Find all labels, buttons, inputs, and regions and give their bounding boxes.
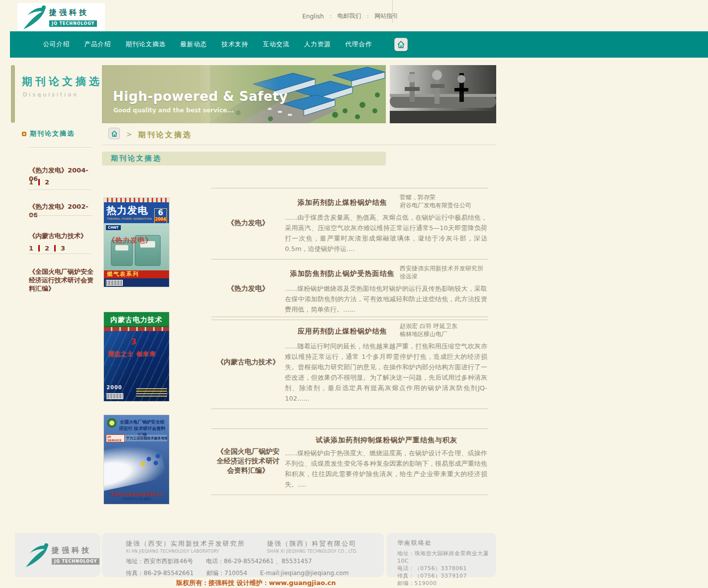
link-separator: ： <box>365 12 370 20</box>
sidebar-pagination: 1 2 3 <box>29 245 65 252</box>
home-icon <box>111 130 118 137</box>
section-title: 期刊论文摘选 <box>111 154 162 163</box>
cover-photo-circuit: 3 博志之士 创未来 2000 <box>104 331 169 401</box>
breadcrumb-current: 期刊论文摘选 <box>138 130 192 140</box>
article-abstract: ......煤粉锅炉燃烧器及受热面结焦对锅炉的运行及传热影响较大，采取在煤中添加… <box>285 283 488 315</box>
barcode <box>106 393 123 399</box>
worker-helmet <box>154 461 158 465</box>
nav-item-hr[interactable]: 人力资源 <box>297 40 338 49</box>
designer-link[interactable]: www.guangjiao.cn <box>269 579 336 587</box>
pipes-illustration <box>390 65 496 123</box>
service-tag: JH SERVICE <box>106 434 125 442</box>
copyright-text: 版权所有：接强科技 设计维护： <box>176 579 269 587</box>
article-row: 《热力发电》 添加防焦剂防止锅炉受热面结焦 西安捷强实用新技术开发研究所 徐远浚… <box>211 259 488 320</box>
journal-name: 《热力发电》 <box>211 191 285 254</box>
cover-masthead: 内蒙古电力技术 <box>104 312 169 327</box>
worker-helmet <box>147 457 151 461</box>
article-abstract: ......煤粉锅炉由于热强度大、燃烧温度高，在锅炉设计不合理、或操作不到位、或… <box>285 448 488 490</box>
sidebar-item-proceedings[interactable]: 《全国火电厂锅炉安全经济运行技术研讨会资料汇编》 <box>29 267 94 293</box>
nav-item-journal-abstracts[interactable]: 期刊论文摘选 <box>118 40 173 49</box>
article-abstract: ......随着运行时间的延长，结焦越来越严重，打焦和用压缩空气吹灰亦难以维持正… <box>285 341 488 404</box>
article-title: 试谈添加药剂抑制煤粉锅炉严重结焦与积灰 <box>285 432 488 445</box>
article-authors: 西安捷强实用新技术开发研究所 徐远浚 <box>400 262 488 280</box>
link-english[interactable]: English <box>302 13 324 20</box>
nav-item-agency[interactable]: 代理合作 <box>338 40 379 49</box>
nav-item-company-intro[interactable]: 公司介绍 <box>36 40 77 49</box>
cover-top-strip <box>104 198 169 202</box>
barcode <box>106 280 123 286</box>
cover-bottom <box>104 278 169 287</box>
page-link-1[interactable]: 1 <box>29 245 33 252</box>
page-separator <box>54 245 56 252</box>
nav-item-tech-support[interactable]: 技术支持 <box>214 40 256 49</box>
journal-name: 《热力发电》 <box>211 262 285 315</box>
page-link-2[interactable]: 2 <box>45 245 49 252</box>
nav-item-products[interactable]: 产品介绍 <box>77 40 118 49</box>
header-divider <box>392 0 393 23</box>
article-title: 添加防焦剂防止锅炉受热面结焦 <box>285 262 400 278</box>
footer-company-co: 捷强（陕西）科贸有限公司 SHAN XI JIEQIANG TECHNOLOGY… <box>267 539 358 554</box>
bullet-icon <box>22 132 26 136</box>
nav-item-news[interactable]: 最新动态 <box>173 40 214 49</box>
sidebar-item-journal-abstracts[interactable]: 期刊论文摘选 <box>22 129 75 138</box>
cover-series-strip: 燃气表系列 <box>104 270 169 278</box>
footer-fax-zip-email: 传真：86-29-85542661邮编：710054E-mail:jieqian… <box>126 569 384 578</box>
footer-logo-block: 捷强科技 JQ TECHNOLOGY <box>15 533 100 577</box>
footer-contact-block: 捷强（西安）实用新技术开发研究所 XI AN JIEQIANG TECHNOLO… <box>102 533 384 577</box>
sidebar-item-neimenggu[interactable]: 《内蒙古电力技术》 <box>29 232 94 240</box>
breadcrumb-separator: > <box>126 130 132 138</box>
logo-text-zh: 捷强科技 <box>49 8 97 17</box>
cover-footer-line2: 2000年12月 编制 <box>104 497 169 502</box>
article-authors: 菅耀，郭存荣 府谷电厂发电有限责任公司 <box>400 191 488 209</box>
breadcrumb-home-button[interactable] <box>108 128 120 139</box>
page-link-3[interactable]: 3 <box>61 245 65 252</box>
article-row: 《全国火电厂锅炉安全经济运行技术研讨会资料汇编》 试谈添加药剂抑制煤粉锅炉严重结… <box>211 429 488 495</box>
article-group-proceedings: 《全国火电厂锅炉安全经济运行技术研讨会资料汇编》 试谈添加药剂抑制煤粉锅炉严重结… <box>211 428 488 495</box>
article-authors: 赵崇宏 白羽 呼延卫东 榆林地区横山电厂 <box>400 320 488 338</box>
header-utility-links: English ： 电邮我们 ： 网站指引 <box>302 12 402 20</box>
cover-bottom-text-lines <box>136 388 167 398</box>
emblem-icon <box>107 418 117 428</box>
site-logo[interactable]: 捷强科技 JQ TECHNOLOGY <box>17 3 105 32</box>
article-title: 应用药剂防止煤粉锅炉结焦 <box>285 320 400 336</box>
nav-item-interaction[interactable]: 互动交流 <box>256 40 297 49</box>
south-office-address: 地址：珠海吉大园林路金景商业大厦10C <box>397 550 496 565</box>
footer-email: E-mail:jieqiang@jieqiang.com <box>260 570 349 577</box>
sidebar-item-thermal-2002[interactable]: 《热力发电》2002-06 <box>29 202 94 219</box>
sidebar-subtitle: Disquisition <box>23 91 79 98</box>
link-site-guide[interactable]: 网站指引 <box>374 12 398 20</box>
home-icon <box>397 40 405 49</box>
page-link-2[interactable]: 2 <box>45 178 49 186</box>
sidebar-divider <box>28 215 92 216</box>
article-group-neimenggu: 《内蒙古电力技术》 应用药剂防止煤粉锅炉结焦 赵崇宏 白羽 呼延卫东 榆林地区横… <box>211 317 488 409</box>
journal-cover-proceedings: 全国火电厂锅炉安全经济运行 技术研讨会资料汇编 JH SERVICE 于力工业在… <box>104 415 169 504</box>
banner-headline: High-powered & Safety <box>113 89 288 104</box>
home-button[interactable] <box>394 38 408 51</box>
south-office-phone: 电话：（0756）3378061 <box>397 565 496 572</box>
journal-cover-neimenggu-power: 内蒙古电力技术 3 博志之士 创未来 2000 <box>104 312 169 401</box>
cover-brand: CHNT <box>106 225 121 230</box>
article-row: 《热力发电》 添加药剂防止煤粉锅炉结焦 菅耀，郭存荣 府谷电厂发电有限责任公司 … <box>211 188 488 259</box>
footer-logo-zh: 捷强科技 <box>52 546 99 555</box>
footer-south-china-block: 华南联络处 地址：珠海吉大园林路金景商业大厦10C 电话：（0756）33780… <box>386 533 496 577</box>
link-separator: ： <box>328 12 333 20</box>
machinery-banner <box>390 65 496 123</box>
link-email-us[interactable]: 电邮我们 <box>337 12 361 20</box>
article-row: 《内蒙古电力技术》 应用药剂防止煤粉锅炉结焦 赵崇宏 白羽 呼延卫东 榆林地区横… <box>211 317 488 409</box>
steam-jet-illustration <box>104 438 167 493</box>
article-title: 添加药剂防止煤粉锅炉结焦 <box>285 191 400 207</box>
service-company: 于力工业在线技术服务有限公司 <box>126 436 167 441</box>
page-separator <box>38 245 40 252</box>
sidebar-accent-bar <box>11 65 15 123</box>
main-nav: 公司介绍 产品介绍 期刊论文摘选 最新动态 技术支持 互动交流 人力资源 代理合… <box>10 31 708 58</box>
worker-helmet <box>141 462 145 466</box>
cover-issue: 3 <box>131 337 136 346</box>
section-title-bar: 期刊论文摘选 <box>102 152 386 166</box>
logo-swoosh-icon <box>23 542 51 568</box>
page-link-1[interactable]: 1 <box>29 178 33 186</box>
sidebar-divider <box>28 253 92 254</box>
journal-cover-thermal-power: 热力发电 THERMAL POWER GENERATION 6 2004 CHN… <box>104 198 169 287</box>
logo-swoosh-icon <box>20 4 48 30</box>
sidebar-title: 期刊论文摘选 <box>22 75 102 88</box>
cover-overlay-text: 《热力发电》 <box>108 236 153 245</box>
